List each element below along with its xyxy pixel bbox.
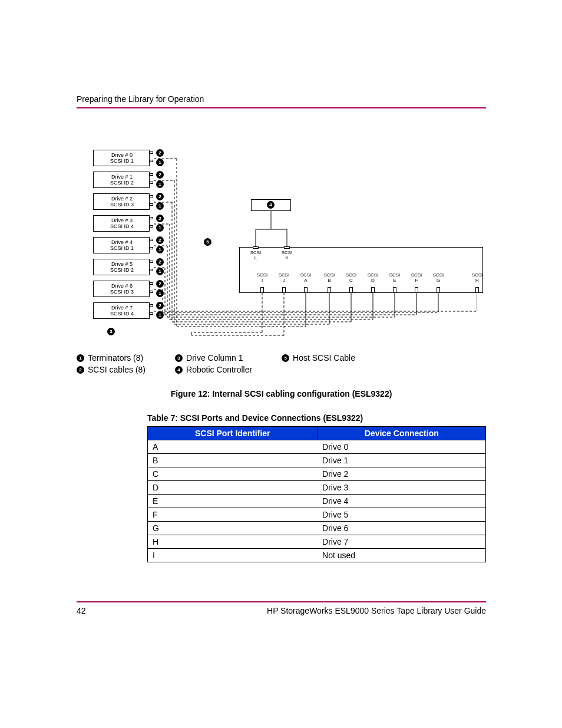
drive-port-stub	[150, 203, 153, 206]
badge-1: 1	[156, 268, 164, 275]
scsi-bottom-label: SCSIG	[430, 272, 447, 283]
td-port: G	[148, 522, 318, 535]
td-port: H	[148, 535, 318, 549]
badge-2: 2	[156, 280, 164, 288]
drive-box: Drive # 4SCSI ID 1	[93, 237, 150, 253]
diagram-legend: 1Terminators (8) 2SCSI cables (8) 3Drive…	[77, 353, 486, 374]
scsi-ports-table: SCSI Port Identifier Device Connection A…	[147, 426, 486, 562]
header-rule	[77, 107, 486, 108]
badge-2: 2	[156, 193, 164, 200]
td-device: Drive 3	[318, 481, 485, 495]
scsi-bottom-label: SCSIB	[321, 272, 338, 283]
td-device: Not used	[318, 549, 485, 562]
scsi-bottom-port	[393, 287, 396, 293]
drive-port-stub	[150, 225, 153, 228]
scsi-bottom-port	[349, 287, 353, 293]
badge-2: 2	[156, 215, 164, 222]
legend-item: 1Terminators (8)	[77, 353, 146, 363]
td-device: Drive 5	[318, 508, 485, 522]
scsi-bottom-port	[282, 287, 286, 293]
scsi-bottom-label: SCSIJ	[276, 272, 292, 283]
scsi-bottom-label: SCSIH	[469, 272, 485, 283]
table-row: GDrive 6	[148, 522, 486, 535]
badge-4: 4	[267, 201, 275, 209]
badge-2: 2	[156, 236, 164, 244]
legend-item: 4Robotic Controller	[175, 365, 252, 374]
scsi-bottom-label: SCSIA	[297, 272, 314, 283]
scsi-bottom-port	[304, 287, 308, 293]
table-header: Device Connection	[318, 427, 485, 440]
figure-caption: Figure 12: Internal SCSI cabling configu…	[77, 389, 486, 398]
table-row: FDrive 5	[148, 508, 486, 522]
td-device: Drive 2	[318, 467, 485, 481]
badge-1: 1	[156, 180, 164, 188]
section-header: Preparing the Library for Operation	[77, 94, 486, 104]
drive-port-stub	[150, 312, 153, 315]
drive-port-stub	[150, 239, 153, 241]
badge-1: 1	[156, 159, 164, 166]
drive-port-stub	[150, 282, 153, 285]
scsi-bottom-label: SCSIC	[343, 272, 359, 283]
drive-port-stub	[150, 182, 153, 184]
drive-port-stub	[150, 247, 153, 249]
drive-box: Drive # 1SCSI ID 2	[93, 172, 150, 188]
drive-port-stub	[150, 261, 153, 263]
doc-title: HP StorageWorks ESL9000 Series Tape Libr…	[267, 606, 486, 615]
page-number: 42	[77, 606, 86, 615]
td-port: I	[148, 549, 318, 562]
drive-port-stub	[150, 195, 153, 197]
badge-2: 2	[156, 171, 164, 179]
drive-port-stub	[150, 291, 153, 293]
td-port: B	[148, 454, 318, 467]
drive-box: Drive # 6SCSI ID 3	[93, 281, 150, 297]
table-row: BDrive 1	[148, 454, 486, 467]
badge-2: 2	[156, 302, 164, 309]
drive-port-stub	[150, 217, 153, 219]
drive-box: Drive # 3SCSI ID 4	[93, 215, 150, 232]
table-row: EDrive 4	[148, 495, 486, 508]
scsi-bottom-port	[260, 287, 264, 293]
badge-1: 1	[156, 289, 164, 297]
legend-item: 2SCSI cables (8)	[77, 365, 146, 374]
badge-2: 2	[156, 149, 164, 157]
drive-port-stub	[150, 173, 153, 176]
badge-1: 1	[156, 246, 164, 253]
scsi-bottom-port	[328, 287, 331, 293]
scsi-label-l: SCSIL	[247, 250, 264, 261]
drive-box: Drive # 2SCSI ID 3	[93, 193, 150, 210]
td-device: Drive 0	[318, 440, 485, 454]
drive-box: Drive # 5SCSI ID 2	[93, 259, 150, 275]
badge-1: 1	[156, 202, 164, 210]
drive-port-stub	[150, 304, 153, 307]
scsi-bottom-label: SCSIE	[386, 272, 403, 283]
badge-1: 1	[156, 311, 164, 319]
table-row: HDrive 7	[148, 535, 486, 549]
td-port: C	[148, 467, 318, 481]
scsi-bottom-port	[371, 287, 375, 293]
table-caption: Table 7: SCSI Ports and Device Connectio…	[147, 413, 486, 423]
td-port: A	[148, 440, 318, 454]
td-device: Drive 4	[318, 495, 485, 508]
scsi-port-k	[284, 246, 290, 249]
badge-1: 1	[156, 224, 164, 232]
td-port: D	[148, 481, 318, 495]
table-header: SCSI Port Identifier	[148, 427, 318, 440]
footer-rule	[77, 601, 486, 602]
scsi-port-l	[253, 246, 259, 249]
drive-box: Drive # 7SCSI ID 4	[93, 302, 150, 319]
legend-item: 5Host SCSI Cable	[282, 353, 355, 363]
scsi-port-panel	[239, 247, 483, 293]
td-port: F	[148, 508, 318, 522]
scsi-bottom-label: SCSIF	[408, 272, 425, 283]
badge-2: 2	[156, 258, 164, 266]
table-row: CDrive 2	[148, 467, 486, 481]
cabling-diagram: Drive # 0SCSI ID 121Drive # 1SCSI ID 221…	[77, 144, 477, 347]
td-device: Drive 7	[318, 535, 485, 549]
table-row: ADrive 0	[148, 440, 486, 454]
table-row: DDrive 3	[148, 481, 486, 495]
drive-box: Drive # 0SCSI ID 1	[93, 150, 150, 166]
page-footer: 42 HP StorageWorks ESL9000 Series Tape L…	[77, 601, 486, 615]
badge-3: 3	[107, 328, 115, 335]
badge-5: 5	[204, 238, 211, 246]
scsi-bottom-port	[475, 287, 479, 293]
